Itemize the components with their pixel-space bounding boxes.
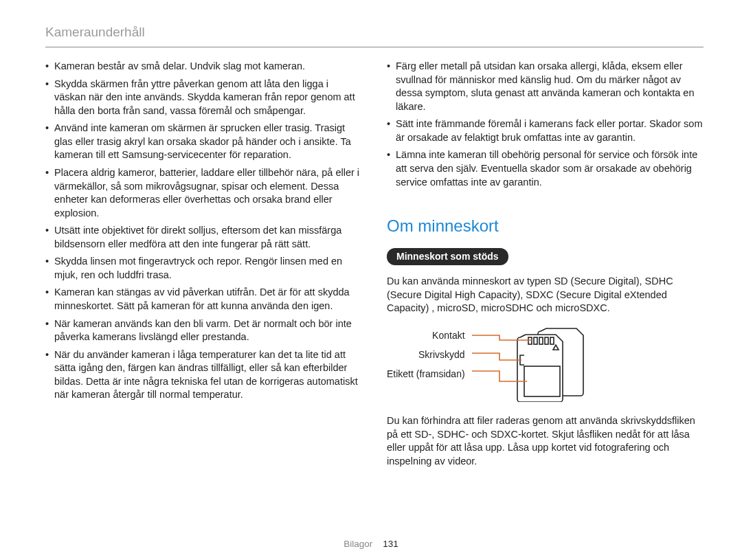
list-item: Sätt inte främmande föremål i kamerans f… [387,117,704,144]
label-contact: Kontakt [387,326,465,344]
footer-section: Bilagor [344,539,372,549]
list-item: Lämna inte kameran till obehörig persona… [387,148,704,189]
list-item: Kameran kan stängas av vid påverkan utif… [45,286,362,313]
list-item: Kameran består av små delar. Undvik slag… [45,60,362,74]
list-item: Använd inte kameran om skärmen är spruck… [45,122,362,162]
sd-card-icon [472,326,603,402]
label-label-front: Etikett (framsidan) [387,365,465,383]
subsection-pill: Minneskort som stöds [387,248,508,265]
diagram-labels: Kontakt Skrivskydd Etikett (framsidan) [387,326,465,383]
list-item: Färg eller metall på utsidan kan orsaka … [387,60,704,113]
memory-intro: Du kan använda minneskort av typen SD (S… [387,275,704,315]
left-column: Kameran består av små delar. Undvik slag… [45,60,362,472]
page-header: Kameraunderhåll [45,25,704,40]
list-item: Utsätt inte objektivet för direkt sollju… [45,224,362,251]
sd-diagram: Kontakt Skrivskydd Etikett (framsidan) [387,326,704,402]
footer: Bilagor 131 [0,539,742,549]
page: Kameraunderhåll Kameran består av små de… [0,0,742,560]
svg-rect-2 [539,337,543,344]
label-write-protect: Skrivskydd [387,346,465,363]
svg-rect-1 [534,337,537,344]
section-title: Om minneskort [387,215,704,237]
svg-rect-4 [550,337,554,344]
svg-rect-3 [545,337,548,344]
left-bullet-list: Kameran består av små delar. Undvik slag… [45,60,362,402]
columns: Kameran består av små delar. Undvik slag… [45,60,704,472]
footer-page-number: 131 [383,539,398,549]
list-item: Skydda linsen mot fingeravtryck och repo… [45,255,362,282]
divider [45,47,704,47]
right-column: Färg eller metall på utsidan kan orsaka … [387,60,704,472]
list-item: Skydda skärmen från yttre påverkan genom… [45,78,362,118]
list-item: När du använder kameran i låga temperatu… [45,348,362,402]
list-item: När kameran används kan den bli varm. De… [45,317,362,344]
list-item: Placera aldrig kameror, batterier, ladda… [45,166,362,220]
svg-rect-0 [528,337,532,344]
memory-outro: Du kan förhindra att filer raderas genom… [387,414,704,468]
right-bullet-list: Färg eller metall på utsidan kan orsaka … [387,60,704,189]
